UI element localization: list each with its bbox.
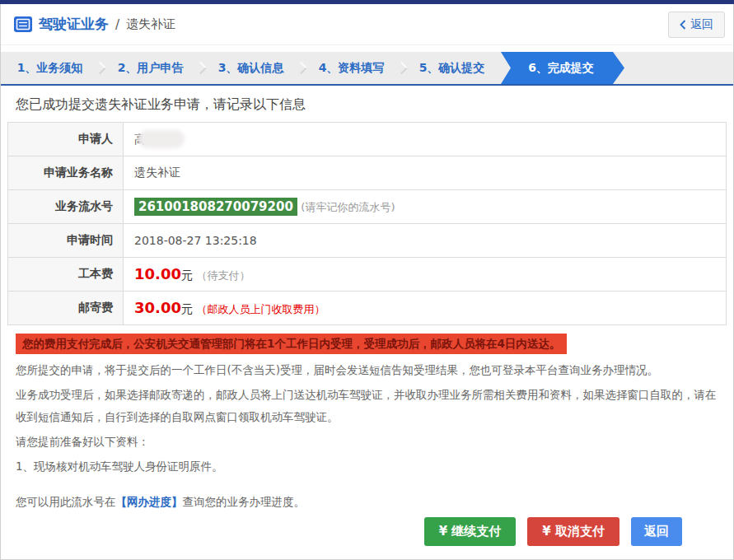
step-6-complete-active: 6、完成提交 xyxy=(501,52,624,84)
fee-unit: 元 xyxy=(181,302,193,315)
return-button[interactable]: 返回 xyxy=(631,517,682,546)
serial-number-note: (请牢记你的流水号) xyxy=(301,201,395,213)
back-button[interactable]: 返回 xyxy=(668,12,725,38)
step-progress-bar: 1、业务须知 2、用户申告 3、确认信息 4、资料填写 5、确认提交 6、完成提… xyxy=(1,52,733,86)
cancel-payment-button[interactable]: ¥ 取消支付 xyxy=(527,517,619,546)
alert-banner: 您的费用支付完成后，公安机关交通管理部门将在1个工作日内受理，受理成功后，邮政人… xyxy=(16,334,567,354)
production-fee-value: 10.00元 （待支付） xyxy=(124,258,727,292)
table-row-production-fee: 工本费 10.00元 （待支付） xyxy=(8,258,727,292)
table-row-business-name: 申请业务名称 遗失补证 xyxy=(8,156,727,190)
redaction-blur xyxy=(138,130,185,148)
progress-note: 您可以用此流水号在【网办进度】查询您的业务办理进度。 xyxy=(16,491,718,513)
fee-amount: 30.00 xyxy=(134,299,181,316)
row-label: 申请时间 xyxy=(8,224,124,258)
instruction-paragraph: 您所提交的申请，将于提交后的一个工作日(不含当天)受理，届时会发送短信告知受理结… xyxy=(16,359,718,381)
serial-number-badge: 261001808270079200 xyxy=(134,198,297,216)
content-area: 您已成功提交遗失补证业务申请，请记录以下信息 申请人 高 申请业务名称 遗失补证… xyxy=(1,86,733,517)
materials-heading: 请您提前准备好以下资料： xyxy=(16,431,718,453)
info-table: 申请人 高 申请业务名称 遗失补证 业务流水号 2610018082700792… xyxy=(7,122,727,325)
fee-collection-note: （邮政人员上门收取费用） xyxy=(196,303,325,315)
materials-item: 1、现场核对机动车驾驶人身份证明原件。 xyxy=(16,455,718,478)
row-label: 申请人 xyxy=(8,123,124,156)
row-label: 邮寄费 xyxy=(8,292,124,325)
fee-unit: 元 xyxy=(181,268,193,282)
serial-number-value: 261001808270079200 (请牢记你的流水号) xyxy=(124,190,727,224)
row-label: 工本费 xyxy=(8,258,124,292)
chevron-left-icon xyxy=(680,20,686,30)
fee-amount: 10.00 xyxy=(134,265,181,282)
step-4-fill-data: 4、资料填写 xyxy=(302,52,400,84)
page-title: 驾驶证业务 xyxy=(39,15,109,34)
table-row-applicant: 申请人 高 xyxy=(8,123,727,156)
breadcrumb-separator: / xyxy=(115,17,119,32)
applicant-value: 高 xyxy=(124,123,727,156)
page-header: 驾驶证业务 / 遗失补证 返回 xyxy=(1,4,733,45)
postage-fee-value: 30.00元 （邮政人员上门收取费用） xyxy=(124,292,727,325)
fee-status-note: （待支付） xyxy=(196,269,250,282)
step-1-business-notice: 1、业务须知 xyxy=(1,52,99,84)
license-service-icon xyxy=(14,16,32,32)
row-label: 申请业务名称 xyxy=(8,156,124,190)
step-5-confirm-submit: 5、确认提交 xyxy=(403,52,501,84)
breadcrumb-current: 遗失补证 xyxy=(126,16,175,32)
progress-link[interactable]: 【网办进度】 xyxy=(116,495,183,508)
business-name-value: 遗失补证 xyxy=(124,156,727,190)
success-message: 您已成功提交遗失补证业务申请，请记录以下信息 xyxy=(16,96,718,114)
action-bar: ¥ 继续支付 ¥ 取消支付 返回 xyxy=(1,517,733,559)
step-3-confirm-info: 3、确认信息 xyxy=(202,52,300,84)
instruction-paragraph: 业务成功受理后，如果选择邮政寄递的，邮政人员将上门送达机动车驾驶证，并收取办理业… xyxy=(16,384,718,428)
row-label: 业务流水号 xyxy=(8,190,124,224)
table-row-apply-time: 申请时间 2018-08-27 13:25:18 xyxy=(8,224,727,258)
table-row-serial-number: 业务流水号 261001808270079200 (请牢记你的流水号) xyxy=(8,190,727,224)
page-container: 驾驶证业务 / 遗失补证 返回 1、业务须知 2、用户申告 3、确认信息 4、资… xyxy=(0,4,734,560)
continue-payment-button[interactable]: ¥ 继续支付 xyxy=(424,517,517,546)
table-row-postage-fee: 邮寄费 30.00元 （邮政人员上门收取费用） xyxy=(8,292,727,325)
step-2-user-declaration: 2、用户申告 xyxy=(101,52,199,84)
apply-time-value: 2018-08-27 13:25:18 xyxy=(124,224,727,258)
back-button-label: 返回 xyxy=(690,17,713,32)
breadcrumb: 驾驶证业务 / 遗失补证 xyxy=(14,15,175,34)
